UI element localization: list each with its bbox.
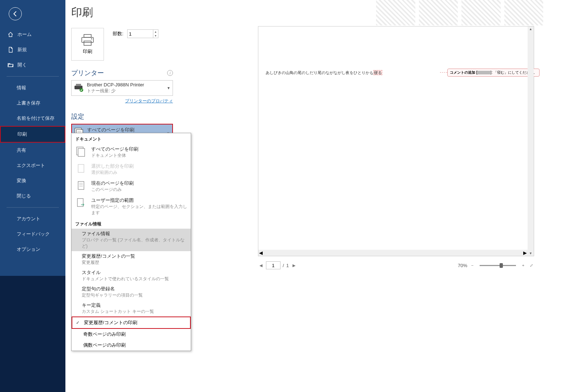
item-sub: ドキュメントで使われているスタイルの一覧 — [82, 276, 187, 282]
print-range-dropdown: ドキュメント すべてのページを印刷ドキュメント全体選択した部分を印刷選択範囲のみ… — [71, 133, 191, 351]
zoom-thumb[interactable] — [500, 263, 503, 268]
chevron-down-icon: ▼ — [167, 86, 170, 90]
svg-rect-2 — [84, 41, 91, 45]
file-icon — [7, 46, 14, 53]
sidebar-item-情報[interactable]: 情報 — [0, 80, 65, 95]
scroll-down-icon[interactable]: ▼ — [529, 252, 532, 255]
dropdown-header-document: ドキュメント — [72, 133, 191, 144]
item-sub: このページのみ — [91, 187, 134, 193]
scroll-right-icon[interactable]: ▶ — [523, 250, 527, 256]
folder-open-icon — [7, 62, 14, 68]
sidebar-item-label: 情報 — [17, 85, 26, 91]
copies-spinner[interactable]: ▲▼ — [153, 29, 158, 38]
prev-page-button[interactable]: ◀ — [258, 262, 264, 268]
doc-text-highlight: 寝る — [374, 70, 382, 75]
item-title: スタイル — [82, 269, 187, 276]
printer-icon — [74, 83, 84, 93]
dropdown-item-定型句の登録名[interactable]: 定型句の登録名定型句ギャラリーの項目の一覧 — [72, 284, 191, 300]
item-title: 現在のページを印刷 — [91, 180, 134, 187]
sidebar-item-エクスポート[interactable]: エクスポート — [0, 158, 65, 173]
divider — [7, 76, 59, 77]
sidebar-item-label: 閉じる — [17, 193, 31, 199]
sidebar-item-label: 開く — [17, 62, 27, 68]
check-icon: ✓ — [76, 320, 81, 325]
dropdown-check-偶数ページのみ印刷[interactable]: 偶数ページのみ印刷 — [72, 340, 191, 351]
sidebar-item-変換[interactable]: 変換 — [0, 173, 65, 188]
dropdown-item-キー定義[interactable]: キー定義カスタム ショートカット キーの一覧 — [72, 300, 191, 317]
back-button[interactable] — [9, 7, 22, 20]
info-icon[interactable]: i — [167, 70, 173, 76]
printer-status: トナー残量: 少 — [87, 88, 164, 94]
dropdown-item-スタイル[interactable]: スタイルドキュメントで使われているスタイルの一覧 — [72, 268, 191, 284]
copies-label: 部数: — [113, 30, 124, 37]
dropdown-item-現在のページを印刷[interactable]: 現在のページを印刷このページのみ — [72, 178, 191, 195]
page-icon — [75, 163, 87, 175]
sidebar-item-オプション[interactable]: オプション — [0, 242, 65, 257]
redacted-author — [477, 71, 491, 74]
page-total: 1 — [286, 263, 289, 268]
page-input[interactable] — [266, 261, 281, 269]
page-arrow-icon — [75, 197, 87, 209]
sidebar-item-開く[interactable]: 開く — [0, 57, 65, 73]
scroll-left-icon[interactable]: ◀ — [259, 250, 263, 256]
scroll-up-icon[interactable]: ▲ — [529, 27, 532, 31]
svg-rect-15 — [78, 181, 84, 189]
zoom-slider[interactable] — [480, 265, 516, 266]
dropdown-item-すべてのページを印刷[interactable]: すべてのページを印刷ドキュメント全体 — [72, 144, 191, 161]
sidebar-item-アカウント[interactable]: アカウント — [0, 211, 65, 226]
sidebar-item-閉じる[interactable]: 閉じる — [0, 188, 65, 204]
sidebar-item-label: フィードバック — [17, 231, 50, 237]
fit-page-button[interactable]: ⤢ — [528, 262, 534, 268]
sidebar-item-印刷[interactable]: 印刷 — [0, 126, 65, 143]
dropdown-check-奇数ページのみ印刷[interactable]: 奇数ページのみ印刷 — [72, 329, 191, 340]
page-lines-icon — [75, 180, 87, 192]
print-button[interactable]: 印刷 — [71, 28, 104, 61]
sidebar-item-label: アカウント — [17, 216, 40, 222]
printer-properties-link[interactable]: プリンターのプロパティ — [71, 98, 173, 104]
comment-balloon: コメントの追加 []: 「寝む」にしてください。 — [447, 69, 540, 77]
doc-text-pre: あしびきの山鳥の尾のしだり尾のながながし夜をひとりかも — [266, 70, 374, 75]
spinner-down-icon[interactable]: ▼ — [153, 34, 158, 38]
section-printer-heading: プリンター i — [71, 69, 173, 77]
sidebar-item-label: 変換 — [17, 177, 26, 184]
dropdown-item-変更履歴/コメントの一覧[interactable]: 変更履歴/コメントの一覧変更履歴 — [72, 251, 191, 268]
dropdown-item-ユーザー指定の範囲[interactable]: ユーザー指定の範囲特定のページ、セクション、または範囲を入力します — [72, 195, 191, 218]
dropdown-item-ファイル情報[interactable]: ファイル情報プロパティの一覧 (ファイル名、作成者、タイトルなど) — [72, 229, 191, 251]
dropdown-header-fileinfo: ファイル情報 — [72, 218, 191, 229]
check-label: 奇数ページのみ印刷 — [83, 331, 126, 338]
sidebar-item-新規[interactable]: 新規 — [0, 42, 65, 57]
section-printer-label: プリンター — [71, 69, 104, 77]
zoom-out-button[interactable]: − — [469, 262, 475, 268]
copies-input[interactable] — [127, 29, 153, 38]
printer-picker[interactable]: Brother DCP-J988N Printer トナー残量: 少 ▼ — [71, 80, 173, 96]
item-sub: ドキュメント全体 — [91, 152, 138, 159]
svg-point-3 — [91, 38, 92, 40]
item-sub: 選択範囲のみ — [91, 170, 134, 176]
spinner-up-icon[interactable]: ▲ — [153, 30, 158, 34]
divider — [7, 207, 59, 208]
home-icon — [7, 31, 14, 38]
sidebar-item-label: 共有 — [17, 147, 26, 154]
item-title: 定型句の登録名 — [82, 286, 187, 292]
item-title: ユーザー指定の範囲 — [91, 197, 187, 204]
section-settings-heading: 設定 — [71, 112, 173, 121]
dropdown-check-変更履歴/コメントの印刷[interactable]: ✓変更履歴/コメントの印刷 — [72, 317, 191, 329]
sidebar-item-名前を付けて保存[interactable]: 名前を付けて保存 — [0, 111, 65, 126]
vertical-scrollbar[interactable]: ▲▼ — [528, 26, 534, 256]
sidebar-item-label: エクスポート — [17, 162, 45, 169]
item-sub: 定型句ギャラリーの項目の一覧 — [82, 292, 187, 298]
preview-footer: ◀ / 1 ▶ 70% − + ⤢ — [258, 261, 534, 269]
item-sub: 特定のページ、セクション、または範囲を入力します — [91, 204, 187, 216]
sidebar-item-ホーム[interactable]: ホーム — [0, 27, 65, 42]
page-sep: / — [283, 263, 284, 268]
sidebar-item-共有[interactable]: 共有 — [0, 143, 65, 158]
item-title: ファイル情報 — [82, 230, 187, 237]
svg-rect-13 — [78, 148, 85, 156]
sidebar-item-label: 上書き保存 — [17, 100, 40, 106]
next-page-button[interactable]: ▶ — [291, 262, 297, 268]
sidebar-item-フィードバック[interactable]: フィードバック — [0, 226, 65, 242]
item-title: キー定義 — [82, 302, 187, 309]
zoom-in-button[interactable]: + — [520, 262, 526, 268]
sidebar-item-上書き保存[interactable]: 上書き保存 — [0, 95, 65, 111]
horizontal-scrollbar[interactable]: ◀▶ — [258, 250, 528, 256]
